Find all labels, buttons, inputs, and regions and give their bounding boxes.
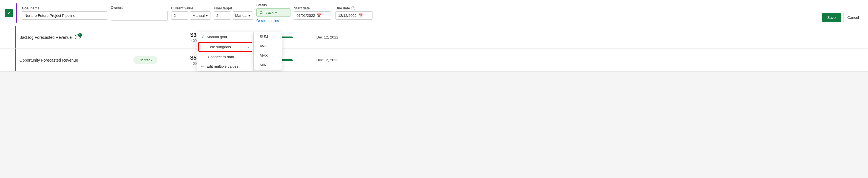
info-icon: i [351,6,355,10]
dropdown-item-label: Connect to data... [208,55,237,59]
current-value-field: Current value Manual ▾ [171,6,211,20]
goal-row-name: Backlog Forecasted Revenue 💬 1 [19,34,133,41]
row-actions: Save Cancel [822,13,863,23]
method-dropdown-menu: ✓ Manual goal Use subgoals › Connect to … [197,32,254,71]
set-up-rules-link[interactable]: Or set up rules [256,19,290,23]
on-track-badge: On track [133,56,157,64]
goal-row-due-date: Dec 12, 2022 [304,58,338,62]
dropdown-item-use-subgoals[interactable]: Use subgoals › [198,42,252,52]
status-value: On track [259,10,273,15]
goal-row-due-date: Dec 12, 2022 [304,35,338,40]
table-row[interactable]: Backlog Forecasted Revenue 💬 1 $372M/$30… [0,26,868,49]
owners-label: Owners [111,6,168,10]
chevron-down-icon: ▾ [248,14,250,18]
subgoals-submenu: SUM AVG MAX MIN [254,32,282,70]
dropdown-item-connect-data[interactable]: Connect to data... [197,52,253,61]
owners-input[interactable] [111,11,168,21]
row-accent-bar [15,26,16,49]
current-value-input[interactable] [171,11,188,20]
final-target-method-select[interactable]: Manual ▾ [232,11,253,20]
comment-badge[interactable]: 💬 1 [74,34,81,41]
dropdown-item-label: Edit multiple values... [207,64,242,69]
final-target-field: Final target Manual ▾ [214,6,253,20]
current-value-label: Current value [171,6,211,10]
edit-row: ✓ Goal name Owners Current value Manual … [0,0,868,26]
pencil-icon: ✏ [201,64,204,69]
dates-section: Start date 01/01/2022 📅 Due date i 12/12… [294,6,372,20]
status-field: Status On track ▾ Or set up rules [256,3,290,23]
chevron-down-icon: ▾ [206,14,208,18]
table-row[interactable]: Opportunity Forecasted Revenue On track … [0,49,868,72]
save-button[interactable]: Save [822,13,841,22]
start-date-input[interactable]: 01/01/2022 📅 [294,11,331,20]
cancel-button[interactable]: Cancel [843,13,863,22]
status-dropdown[interactable]: On track ▾ [256,8,290,17]
calendar-icon: 📅 [317,14,321,18]
check-icon: ✓ [201,34,205,39]
submenu-item-max[interactable]: MAX [254,51,282,60]
submenu-arrow-icon: › [248,45,249,49]
row-accent-bar [16,3,18,23]
start-date-label: Start date [294,6,331,10]
comment-count: 1 [78,33,82,37]
submenu-item-avg[interactable]: AVG [254,41,282,51]
calendar-icon: 📅 [358,14,363,18]
dropdown-item-edit-multiple[interactable]: ✏ Edit multiple values... [197,61,253,71]
due-date-input[interactable]: 12/12/2022 📅 [336,11,372,20]
goal-name-input[interactable] [22,11,107,20]
dropdown-item-manual-goal[interactable]: ✓ Manual goal [197,32,253,42]
goal-row-status: On track [133,56,190,64]
goals-table: ✓ Goal name Owners Current value Manual … [0,0,868,72]
due-date-field: Due date i 12/12/2022 📅 [336,6,372,20]
due-date-label: Due date i [336,6,372,10]
owners-field: Owners [111,6,168,21]
chevron-down-icon: ▾ [275,10,277,15]
submenu-item-sum[interactable]: SUM [254,32,282,41]
dropdown-item-label: Manual goal [207,35,227,39]
current-method-select[interactable]: Manual ▾ [190,11,211,20]
row-checkbox[interactable]: ✓ [5,9,13,17]
goal-name-label: Goal name [22,6,107,10]
final-target-input[interactable] [214,11,231,20]
row-accent-bar [15,49,16,71]
final-target-label: Final target [214,6,253,10]
submenu-item-min[interactable]: MIN [254,60,282,70]
goal-row-name: Opportunity Forecasted Revenue [19,58,133,62]
start-date-field: Start date 01/01/2022 📅 [294,6,331,20]
goal-name-field: Goal name [22,6,107,20]
dropdown-item-label: Use subgoals [209,45,231,49]
status-label: Status [256,3,290,7]
